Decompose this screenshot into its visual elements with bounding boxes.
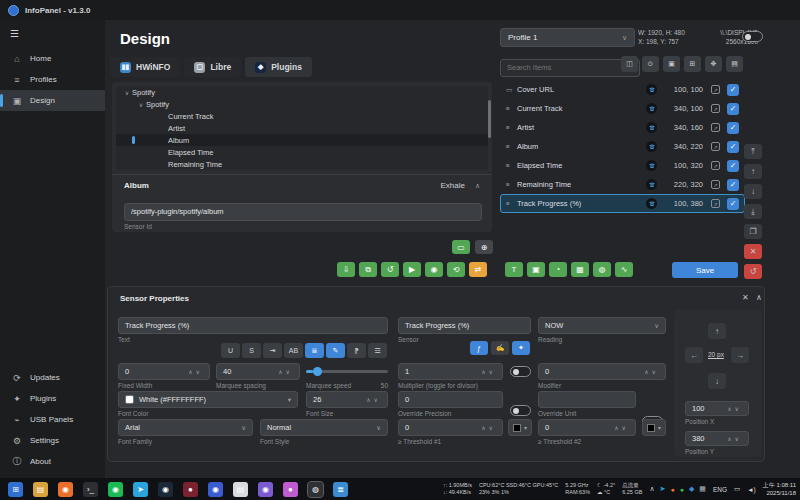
tree-row[interactable]: Artist [116, 122, 488, 134]
text-input[interactable]: Track Progress (%) [118, 317, 388, 334]
nudge-up-button[interactable]: ↑ [708, 323, 726, 339]
profile-select[interactable]: Profile 1 ∨ [500, 28, 635, 47]
tool-button[interactable]: ⊕ [475, 240, 493, 254]
sidebar-item[interactable]: ⌁ USB Panels [0, 409, 105, 430]
taskbar-app-icon[interactable]: ◉ [108, 482, 123, 497]
threshold2-color-picker[interactable]: ▾ [642, 419, 666, 436]
taskbar-app-icon[interactable]: ≣ [333, 482, 348, 497]
marquee-speed-slider[interactable] [306, 363, 388, 380]
nudge-right-button[interactable]: → [731, 347, 749, 363]
tool-button[interactable]: ⇄ [469, 262, 487, 277]
link-icon[interactable]: ↗ [711, 104, 720, 113]
add-item-button[interactable]: T [505, 262, 523, 277]
collapse-chevron-icon[interactable]: ∧ [756, 293, 762, 302]
item-visible-checkbox[interactable]: ✓ [727, 103, 739, 115]
format-button[interactable]: U [221, 343, 240, 358]
marquee-spacing-stepper[interactable]: 40∧∨ [216, 363, 300, 380]
link-icon[interactable]: ↗ [711, 123, 720, 132]
panel-item-row[interactable]: ≡ Artist 340, 160 ↗ ✓ [500, 118, 745, 137]
layer-tool-button[interactable]: ❐ [744, 224, 762, 239]
font-color-select[interactable]: White (#FFFFFFFF)▾ [118, 391, 298, 408]
sidebar-item[interactable]: ⌂ Home [0, 48, 105, 69]
panel-item-row[interactable]: ≡ Album 340, 220 ↗ ✓ [500, 137, 745, 156]
format-button[interactable]: AB [284, 343, 303, 358]
tool-button[interactable]: ◉ [425, 262, 443, 277]
format-button[interactable]: S [242, 343, 261, 358]
threshold1-color-picker[interactable]: ▾ [508, 419, 532, 436]
tree-row[interactable]: ∨ Spotify [116, 98, 488, 110]
tab[interactable]: ◆ Plugins [245, 57, 312, 77]
override-precision-toggle[interactable] [510, 405, 531, 416]
sensor-input[interactable]: Track Progress (%) [398, 317, 531, 334]
chevron-down-icon[interactable]: ∨ [136, 101, 146, 108]
taskbar-app-icon[interactable]: ◉ [258, 482, 273, 497]
taskbar-app-icon[interactable]: ◍ [308, 482, 323, 497]
volume-icon[interactable]: ◄) [747, 486, 756, 493]
item-visible-checkbox[interactable]: ✓ [727, 141, 739, 153]
tray-icon[interactable]: ➤ [660, 485, 666, 493]
clock[interactable]: 上午 1:08:11 2025/11/18 [763, 481, 796, 497]
items-toolbar-button[interactable]: ✥ [705, 56, 722, 72]
link-icon[interactable]: ↗ [711, 161, 720, 170]
add-item-button[interactable]: ▣ [527, 262, 545, 277]
reading-select[interactable]: NOW∨ [538, 317, 666, 334]
sidebar-item[interactable]: ≡ Profiles [0, 69, 105, 90]
item-visible-checkbox[interactable]: ✓ [727, 160, 739, 172]
panel-item-row[interactable]: ≡ Remaining Time 220, 320 ↗ ✓ [500, 175, 745, 194]
tab[interactable]: ▮▮ HWiNFO [110, 57, 180, 77]
search-input[interactable] [500, 59, 640, 77]
threshold1-stepper[interactable]: 0∧∨ [398, 419, 503, 436]
add-item-button[interactable]: ∿ [615, 262, 633, 277]
items-toolbar-button[interactable]: ▣ [663, 56, 680, 72]
taskbar-app-icon[interactable]: ›_ [83, 482, 98, 497]
sidebar-item[interactable]: ▣ Design [0, 90, 105, 111]
font-size-stepper[interactable]: 26∧∨ [306, 391, 388, 408]
link-icon[interactable]: ↗ [711, 85, 720, 94]
language-indicator[interactable]: ENG [713, 486, 727, 493]
sidebar-item[interactable]: ⚙ Settings [0, 430, 105, 451]
override-unit-input[interactable] [538, 391, 636, 408]
tool-button[interactable]: ⟲ [447, 262, 465, 277]
sensor-tool-button[interactable]: ✍ [491, 341, 509, 355]
panel-item-row[interactable]: ≡ Current Track 340, 100 ↗ ✓ [500, 99, 745, 118]
sidebar-item[interactable]: ⓘ About [0, 451, 105, 472]
panel-item-row[interactable]: ▭ Cover URL 100, 100 ↗ ✓ [500, 80, 745, 99]
taskbar-app-icon[interactable]: ◉ [208, 482, 223, 497]
tray-icon[interactable]: ● [680, 486, 684, 493]
link-icon[interactable]: ↗ [711, 199, 720, 208]
tray-icon[interactable]: ▦ [699, 485, 706, 493]
display-toggle[interactable] [742, 31, 763, 42]
tray-icon[interactable]: ◆ [689, 485, 694, 493]
taskbar-app-icon[interactable]: ▤ [233, 482, 248, 497]
tray-icon[interactable]: ∧ [649, 485, 654, 493]
add-item-button[interactable]: ▦ [571, 262, 589, 277]
tool-button[interactable]: ⧉ [359, 262, 377, 277]
multiplier-divisor-toggle[interactable] [510, 366, 531, 377]
taskbar-app-icon[interactable]: ● [183, 482, 198, 497]
layer-tool-button[interactable]: ⤓ [744, 204, 762, 219]
tray-icon[interactable]: ● [670, 486, 674, 493]
sensor-tool-button[interactable]: ✦ [512, 341, 530, 355]
layer-tool-button[interactable]: ↑ [744, 164, 762, 179]
format-button[interactable]: ≣ [305, 343, 324, 358]
position-x-stepper[interactable]: 100∧∨ [685, 401, 749, 416]
tab[interactable]: ▢ Libre [184, 57, 241, 77]
tree-row[interactable]: Album [116, 134, 488, 146]
items-toolbar-button[interactable]: ◫ [621, 56, 638, 72]
taskbar-app-icon[interactable]: ◉ [58, 482, 73, 497]
sensor-tool-button[interactable]: ƒ [470, 341, 488, 355]
font-style-select[interactable]: Normal∨ [260, 419, 388, 436]
items-toolbar-button[interactable]: ⊞ [684, 56, 701, 72]
sensor-id-input[interactable] [124, 203, 482, 221]
format-button[interactable]: ✎ [326, 343, 345, 358]
tool-button[interactable]: ⇩ [337, 262, 355, 277]
touch-keyboard-icon[interactable]: ▭ [734, 485, 740, 493]
nudge-down-button[interactable]: ↓ [708, 373, 726, 389]
panel-item-row[interactable]: ≡ Elapsed Time 100, 320 ↗ ✓ [500, 156, 745, 175]
tree-row[interactable]: ∨ Spotify [116, 86, 488, 98]
tree-row[interactable]: Current Track [116, 110, 488, 122]
multiplier-stepper[interactable]: 1∧∨ [398, 363, 503, 380]
link-icon[interactable]: ↗ [711, 180, 720, 189]
tree-scrollbar[interactable] [488, 100, 491, 138]
collapse-chevron-icon[interactable]: ∧ [475, 182, 480, 190]
